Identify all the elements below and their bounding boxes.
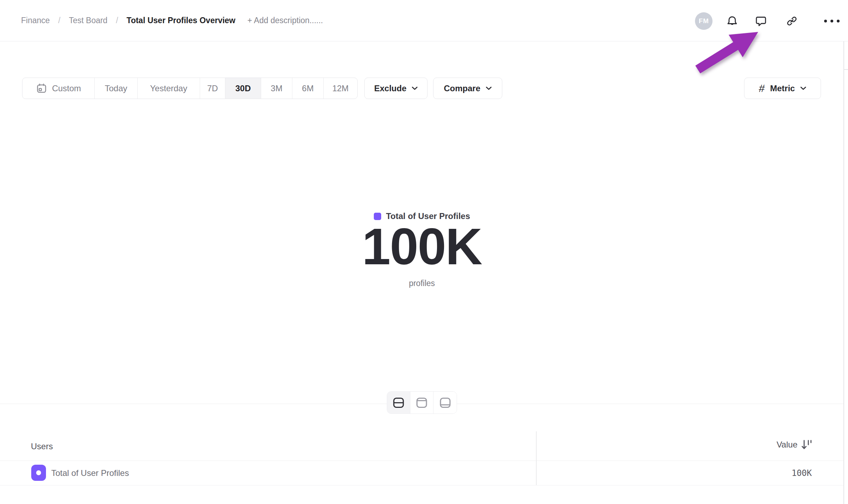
notifications-button[interactable] [724, 13, 741, 29]
layout-table-view-button[interactable] [433, 392, 457, 413]
date-range-label: Yesterday [150, 84, 187, 93]
compare-dropdown-button[interactable]: Compare [433, 78, 502, 99]
exclude-label: Exclude [374, 84, 406, 93]
date-range-yesterday[interactable]: Yesterday [138, 78, 200, 99]
column-header-users: Users [31, 442, 53, 451]
date-range-30d-active[interactable]: 30D [225, 78, 261, 99]
top-panel-icon [415, 396, 428, 409]
date-range-label: Today [105, 84, 127, 93]
date-range-label: 12M [332, 84, 349, 93]
date-range-label: Custom [52, 84, 81, 93]
hash-icon: # [758, 82, 766, 94]
date-range-label: 30D [235, 84, 251, 93]
compare-label: Compare [444, 84, 480, 93]
comment-bubble-icon [754, 14, 768, 28]
breadcrumb-test-board[interactable]: Test Board [69, 16, 107, 25]
date-range-selector: Custom Today Yesterday 7D 30D 3M 6M 12M [22, 78, 358, 99]
layout-split-view-button[interactable] [387, 392, 410, 413]
breadcrumb: Finance / Test Board / Total User Profil… [21, 16, 323, 25]
copy-link-button[interactable] [783, 13, 800, 29]
metric-unit: profiles [0, 279, 844, 288]
bottom-panel-icon [439, 396, 452, 409]
comments-button[interactable] [753, 13, 769, 29]
breadcrumb-separator: / [116, 16, 118, 25]
date-range-7d[interactable]: 7D [200, 78, 225, 99]
split-view-icon [392, 396, 405, 409]
layout-toggle [387, 391, 457, 414]
series-badge [31, 465, 46, 481]
top-header: Finance / Test Board / Total User Profil… [0, 0, 848, 41]
table-row-border [0, 485, 844, 485]
date-range-6m[interactable]: 6M [292, 78, 324, 99]
chevron-down-icon [486, 86, 492, 90]
breadcrumb-finance[interactable]: Finance [21, 16, 50, 25]
date-range-label: 7D [207, 84, 218, 93]
page-title[interactable]: Total User Profiles Overview [127, 16, 236, 25]
metric-label: Metric [770, 84, 795, 93]
link-icon [785, 14, 799, 28]
metric-big-value: 100K [0, 221, 844, 272]
column-header-value-sort[interactable]: Value [776, 439, 812, 451]
column-header-value: Value [776, 440, 797, 450]
more-options-button[interactable] [823, 13, 840, 29]
calendar-icon [36, 82, 47, 94]
scrollbar-track[interactable] [843, 41, 844, 504]
report-page: Finance / Test Board / Total User Profil… [0, 0, 848, 504]
layout-chart-view-button[interactable] [410, 392, 433, 413]
exclude-dropdown-button[interactable]: Exclude [364, 78, 428, 99]
breadcrumb-separator: / [58, 16, 60, 25]
ellipsis-icon [824, 19, 840, 23]
table-row-label: Total of User Profiles [51, 468, 129, 478]
chevron-down-icon [412, 86, 418, 90]
table-row-value: 100K [791, 468, 812, 478]
scrollbar-thumb[interactable] [844, 69, 848, 70]
date-range-12m[interactable]: 12M [324, 78, 357, 99]
date-range-label: 6M [302, 84, 313, 93]
avatar[interactable]: FM [695, 12, 713, 30]
add-description-button[interactable]: + Add description...... [247, 16, 323, 25]
series-dot-icon [36, 470, 41, 475]
date-range-custom[interactable]: Custom [22, 78, 95, 99]
date-range-label: 3M [271, 84, 282, 93]
bell-icon [726, 14, 739, 28]
date-range-3m[interactable]: 3M [261, 78, 292, 99]
chevron-down-icon [800, 86, 806, 90]
metric-dropdown-button[interactable]: # Metric [744, 78, 821, 99]
sort-descending-icon [801, 439, 812, 451]
date-range-today[interactable]: Today [95, 78, 138, 99]
